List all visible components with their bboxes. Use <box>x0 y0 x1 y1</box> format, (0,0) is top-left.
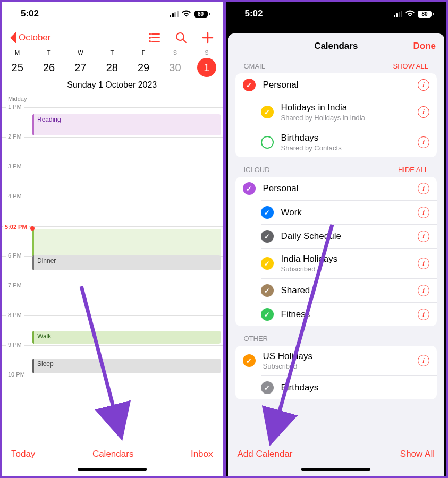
calendar-checkmark-icon[interactable]: ✓ <box>261 106 274 118</box>
calendar-info: Work <box>281 207 418 218</box>
calendars-sheet-screen: 5:02 80 Calendars Done GMAIL SHOW ALL ✓P… <box>226 2 447 476</box>
info-icon[interactable]: i <box>418 79 429 91</box>
calendar-row[interactable]: ✓Holidays in IndiaShared by Holidays in … <box>261 97 437 127</box>
calendar-name: Birthdays <box>281 133 418 143</box>
calendar-checkmark-icon[interactable]: ✓ <box>261 381 274 394</box>
sheet-title: Calendars <box>314 41 358 52</box>
event-sleep[interactable]: Sleep <box>32 358 221 373</box>
calendar-row[interactable]: ✓Daily Schedulei <box>261 224 437 248</box>
calendar-checkmark-icon[interactable]: ✓ <box>243 354 256 367</box>
calendar-checkmark-icon[interactable]: ✓ <box>261 257 274 270</box>
now-time: 5:02 PM <box>3 224 29 230</box>
wifi-icon <box>182 10 191 19</box>
back-button[interactable]: October <box>10 32 50 43</box>
calendar-row[interactable]: ✓Personali <box>235 177 437 200</box>
now-dot-icon <box>30 226 35 231</box>
calendar-info: US HolidaysSubscribed <box>263 351 418 370</box>
calendar-row[interactable]: ✓Fitnessi <box>261 302 437 326</box>
day-col[interactable]: T26 <box>33 49 64 77</box>
event-dinner[interactable]: Dinner <box>32 255 221 270</box>
calendar-group-gmail: ✓Personali✓Holidays in IndiaShared by Ho… <box>235 73 437 157</box>
calendars-sheet: Calendars Done GMAIL SHOW ALL ✓Personali… <box>228 33 445 476</box>
hour-label: 9 PM <box>6 342 24 348</box>
calendar-checkmark-icon[interactable]: ✓ <box>261 284 274 297</box>
day-col[interactable]: S30 <box>159 49 191 77</box>
sheet-footer: Add Calendar Show All <box>228 441 445 462</box>
event-block[interactable] <box>32 229 221 257</box>
info-icon[interactable]: i <box>418 183 429 194</box>
status-time: 5:02 <box>21 8 39 19</box>
info-icon[interactable]: i <box>418 136 429 148</box>
show-all-button[interactable]: Show All <box>400 449 435 459</box>
calendar-name: Shared <box>281 285 418 296</box>
calendar-name: Daily Schedule <box>281 231 418 242</box>
hide-all-button[interactable]: HIDE ALL <box>398 166 428 174</box>
hour-label: 6 PM <box>6 252 24 259</box>
day-col[interactable]: M25 <box>2 49 33 77</box>
day-col[interactable]: W27 <box>65 49 96 77</box>
status-time: 5:02 <box>245 8 263 19</box>
hour-label: 4 PM <box>6 193 24 199</box>
event-reading[interactable]: Reading <box>32 114 221 135</box>
calendar-checkmark-icon[interactable]: ✓ <box>243 79 256 91</box>
section-header-other: OTHER <box>228 331 445 346</box>
calendars-button[interactable]: Calendars <box>92 449 134 459</box>
day-col[interactable]: S1 <box>191 49 222 77</box>
done-button[interactable]: Done <box>413 41 436 52</box>
calendar-checkmark-icon[interactable] <box>261 136 274 149</box>
add-calendar-button[interactable]: Add Calendar <box>238 449 293 459</box>
section-label: ICLOUD <box>244 166 270 174</box>
section-label: OTHER <box>244 335 268 343</box>
timeline[interactable]: Midday 1 PM 2 PM Reading 3 PM 4 PM 5:02 … <box>2 93 223 441</box>
day-col[interactable]: F29 <box>128 49 159 77</box>
status-bar: 5:02 80 <box>2 2 223 26</box>
info-icon[interactable]: i <box>418 309 429 320</box>
calendar-name: Fitness <box>281 309 418 320</box>
info-icon[interactable]: i <box>418 258 429 269</box>
today-button[interactable]: Today <box>11 449 35 459</box>
info-icon[interactable]: i <box>418 207 429 218</box>
calendar-info: Daily Schedule <box>281 231 418 242</box>
status-icons: 80 <box>170 10 210 19</box>
calendar-name: Birthdays <box>281 382 430 393</box>
calendar-row[interactable]: ✓India HolidaysSubscribedi <box>261 248 437 278</box>
info-icon[interactable]: i <box>418 285 429 296</box>
event-walk[interactable]: Walk <box>32 331 221 344</box>
search-icon[interactable] <box>175 31 188 44</box>
section-header-icloud: ICLOUD HIDE ALL <box>228 163 445 177</box>
add-icon[interactable] <box>201 31 214 44</box>
show-all-button[interactable]: SHOW ALL <box>393 62 428 70</box>
section-header-gmail: GMAIL SHOW ALL <box>228 59 445 73</box>
calendar-name: US Holidays <box>263 351 418 362</box>
calendar-name: Holidays in India <box>281 103 418 113</box>
cellular-icon <box>394 11 403 17</box>
info-icon[interactable]: i <box>418 106 429 118</box>
home-indicator[interactable] <box>228 462 445 476</box>
info-icon[interactable]: i <box>418 355 429 366</box>
nav-bar: October <box>2 26 223 48</box>
calendar-checkmark-icon[interactable]: ✓ <box>261 230 274 243</box>
calendar-row[interactable]: ✓Birthdays <box>261 375 437 399</box>
calendar-info: India HolidaysSubscribed <box>281 254 418 273</box>
info-icon[interactable]: i <box>418 231 429 242</box>
hour-label: 1 PM <box>6 104 24 110</box>
battery-icon: 80 <box>194 11 210 18</box>
day-col[interactable]: T28 <box>96 49 128 77</box>
home-indicator[interactable] <box>2 462 223 476</box>
inbox-button[interactable]: Inbox <box>191 449 213 459</box>
calendar-row[interactable]: ✓Personali <box>235 73 437 97</box>
calendar-info: BirthdaysShared by Contacts <box>281 133 418 152</box>
calendar-name: Personal <box>263 183 418 194</box>
now-indicator: 5:02 PM <box>2 228 223 228</box>
calendar-row[interactable]: ✓US HolidaysSubscribedi <box>235 346 437 375</box>
list-view-icon[interactable] <box>148 31 161 44</box>
calendar-checkmark-icon[interactable]: ✓ <box>261 308 274 321</box>
calendar-group-other: ✓US HolidaysSubscribedi✓Birthdays <box>235 346 437 399</box>
calendar-checkmark-icon[interactable]: ✓ <box>261 206 274 219</box>
calendar-row[interactable]: BirthdaysShared by Contactsi <box>261 127 437 157</box>
calendar-name: Personal <box>263 80 418 90</box>
calendar-row[interactable]: ✓Sharedi <box>261 278 437 302</box>
calendar-info: Shared <box>281 285 418 296</box>
calendar-checkmark-icon[interactable]: ✓ <box>243 182 256 195</box>
calendar-row[interactable]: ✓Worki <box>261 200 437 224</box>
